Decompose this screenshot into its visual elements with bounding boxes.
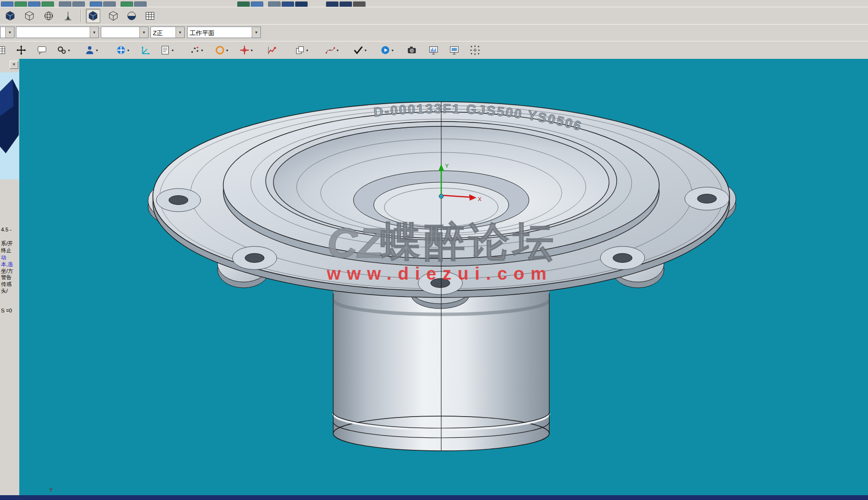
dropdown-arrow-icon[interactable]: ▾ (172, 48, 174, 53)
red-graph-icon (266, 44, 278, 56)
dropdown-arrow-icon[interactable]: ▾ (127, 48, 129, 53)
graphics-viewport[interactable]: D-000133F1 GJS500 YS0506 CZ 蝶醉论坛 www.d (19, 59, 868, 495)
combo-clipped[interactable]: ▼ (0, 27, 14, 38)
chevron-down-icon[interactable]: ▼ (252, 27, 260, 38)
watermark-url: www.diezui.com (326, 264, 553, 284)
wireframe-cube-alt-button[interactable] (106, 9, 121, 23)
copy-icon (294, 44, 306, 56)
clipped-grid-button[interactable] (0, 43, 12, 57)
axes-icon (140, 44, 151, 56)
selection-dots-icon (469, 44, 481, 56)
combo-view-direction-value: Z正 (151, 27, 176, 38)
gears-icon (56, 44, 68, 56)
chevron-down-icon[interactable]: ▼ (90, 27, 98, 38)
play-button[interactable]: ▾ (378, 43, 397, 57)
toolbar-separator (81, 10, 81, 22)
combo-view-1[interactable]: ▼ (16, 27, 99, 38)
side-panel: × 4.5 -系/开终止动本,选坐/方警告传感头/S =0 (0, 59, 20, 495)
pan-button[interactable] (14, 43, 28, 57)
dropdown-arrow-icon[interactable]: ▾ (306, 48, 308, 53)
camera-button[interactable] (405, 43, 419, 57)
red-graph-button[interactable] (265, 43, 279, 57)
monitor-image-button[interactable] (447, 43, 461, 57)
gears-button[interactable]: ▾ (54, 43, 74, 57)
combo-view-direction[interactable]: Z正▼ (150, 27, 185, 38)
status-bar (0, 495, 868, 500)
copy-button[interactable]: ▾ (292, 43, 312, 57)
panel-text: S =0 (1, 308, 12, 313)
view-toolbar (0, 7, 868, 25)
combo-plane[interactable]: 工作平面▼ (187, 27, 261, 38)
close-button[interactable]: × (10, 61, 18, 69)
combo-view-2[interactable]: ▼ (101, 27, 149, 38)
combo-plane-value: 工作平面 (188, 27, 252, 38)
comment-icon (36, 44, 48, 56)
panel-text: 警告 (1, 274, 12, 281)
panel-text: 头/ (1, 287, 8, 295)
comment-button[interactable] (35, 43, 49, 57)
half-shaded-sphere-button[interactable] (124, 9, 139, 23)
check-button[interactable]: ▾ (351, 43, 370, 57)
wireframe-cube-icon (24, 10, 35, 22)
dropdown-arrow-icon[interactable]: ▾ (365, 48, 366, 53)
dropdown-arrow-icon[interactable]: ▾ (68, 48, 70, 53)
watermark-logo: CZ (327, 219, 385, 267)
watermark-title: 蝶醉论坛 (380, 219, 557, 264)
panel-text: 终止 (1, 247, 12, 254)
dropdown-arrow-icon[interactable]: ▾ (337, 48, 339, 53)
panel-text: 系/开 (1, 240, 13, 247)
combo-view-2-value (101, 27, 139, 38)
wireframe-cube-button[interactable] (22, 9, 37, 23)
check-icon (353, 44, 364, 56)
red-target-icon (239, 44, 250, 56)
panel-text[interactable]: 本,选 (1, 261, 13, 268)
orange-circle-button[interactable]: ▾ (212, 43, 232, 57)
combo-view-1-value (16, 27, 90, 38)
main-toolbar: ▾▾▾▾▾▾▾▾▾▾▾ (0, 41, 868, 60)
chevron-down-icon[interactable]: ▼ (5, 27, 14, 38)
origin-point (439, 194, 444, 199)
sphere-icon (43, 10, 54, 22)
shaded-cube-alt-icon (87, 10, 99, 22)
x-axis-label: X (478, 196, 482, 202)
dropdown-arrow-icon[interactable]: ▾ (226, 48, 228, 53)
points-icon (189, 44, 201, 56)
person-icon (84, 44, 95, 56)
red-target-button[interactable]: ▾ (237, 43, 257, 57)
pan-icon (15, 44, 27, 56)
monitor-image-icon (448, 44, 460, 56)
top-clipped-toolbar (0, 0, 868, 7)
panel-text: 传感 (1, 281, 12, 288)
spline-icon (325, 44, 336, 56)
wireframe-cube-alt-icon (108, 10, 119, 22)
y-axis-label: Y (445, 163, 449, 169)
sheet-list-icon (160, 44, 171, 56)
sphere-button[interactable] (41, 9, 56, 23)
combo-clipped-value (0, 27, 5, 38)
clipped-grid-icon (0, 44, 10, 56)
plane-toolbar: ▼▼▼Z正▼工作平面▼ (0, 24, 868, 42)
spline-button[interactable]: ▾ (323, 43, 342, 57)
axes-button[interactable] (138, 43, 153, 57)
shaded-cube-icon (4, 10, 16, 22)
dropdown-arrow-icon[interactable]: ▾ (251, 48, 253, 53)
chevron-down-icon[interactable]: ▼ (139, 27, 148, 38)
sheet-list-button[interactable]: ▾ (158, 43, 177, 57)
dropdown-arrow-icon[interactable]: ▾ (96, 48, 98, 53)
panel-text: 4.5 - (1, 227, 12, 232)
chevron-down-icon[interactable]: ▼ (176, 27, 184, 38)
shaded-cube-button[interactable] (3, 9, 17, 23)
datum-axis-button[interactable] (61, 9, 75, 23)
dropdown-arrow-icon[interactable]: ▾ (392, 48, 393, 53)
shaded-cube-alt-button[interactable] (86, 9, 100, 23)
monitor-bars-button[interactable] (426, 43, 441, 57)
person-button[interactable]: ▾ (82, 43, 102, 57)
selection-dots-button[interactable] (468, 43, 482, 57)
grid-button[interactable] (143, 9, 157, 23)
grid-icon (144, 10, 156, 22)
monitor-bars-icon (428, 44, 439, 56)
points-button[interactable]: ▾ (187, 43, 207, 57)
globe-move-button[interactable]: ▾ (113, 43, 133, 57)
dropdown-arrow-icon[interactable]: ▾ (201, 48, 203, 53)
panel-text[interactable]: 动 (1, 254, 6, 261)
